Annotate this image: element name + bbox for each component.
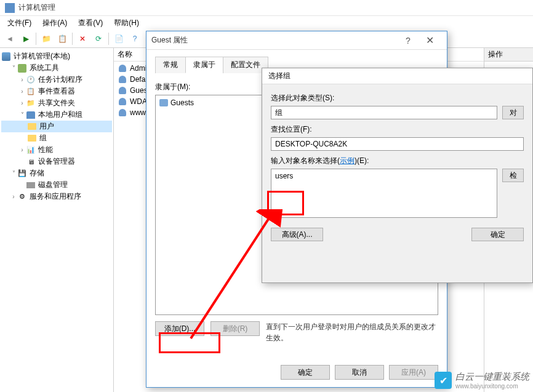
watermark: ✔ 白云一键重装系统 www.baiyunxitong.com xyxy=(435,371,529,390)
dialog-title: Guest 属性 xyxy=(151,35,399,46)
object-names-input[interactable] xyxy=(271,169,497,218)
window-titlebar: 计算机管理 xyxy=(0,0,533,16)
remove-button[interactable]: 删除(R) xyxy=(210,321,260,336)
check-names-button[interactable]: 检 xyxy=(502,169,524,182)
tree-users[interactable]: 用户 xyxy=(1,121,112,132)
select-dialog-title: 选择组 xyxy=(268,71,291,81)
menubar: 文件(F) 操作(A) 查看(V) 帮助(H) xyxy=(0,16,533,30)
select-ok-button[interactable]: 确定 xyxy=(471,228,524,241)
actions-header: 操作 xyxy=(484,48,533,62)
object-type-label: 选择此对象类型(S): xyxy=(271,93,524,103)
tree-panel: 计算机管理(本地) ˅系统工具 ›🕐任务计划程序 ›📋事件查看器 ›📁共享文件夹… xyxy=(0,48,114,392)
tree-storage[interactable]: ˅💾存储 xyxy=(1,167,112,179)
help-button[interactable]: ? xyxy=(127,31,142,46)
object-types-button[interactable]: 对 xyxy=(502,106,524,119)
app-icon xyxy=(5,3,15,13)
refresh-button[interactable]: ⟳ xyxy=(91,31,106,46)
up-button[interactable]: 📁 xyxy=(39,31,54,46)
select-dialog-titlebar[interactable]: 选择组 xyxy=(262,68,532,84)
tree-groups[interactable]: 组 xyxy=(1,132,112,144)
dialog-titlebar[interactable]: Guest 属性 ? ✕ xyxy=(146,31,447,50)
tree-eventviewer[interactable]: ›📋事件查看器 xyxy=(1,86,112,97)
tree-diskmgmt[interactable]: 磁盘管理 xyxy=(1,179,112,191)
tree-services[interactable]: ›⚙服务和应用程序 xyxy=(1,191,112,202)
tree-devicemgr[interactable]: 🖥设备管理器 xyxy=(1,156,112,167)
tree-performance[interactable]: ›📊性能 xyxy=(1,144,112,156)
window-title: 计算机管理 xyxy=(18,2,55,13)
add-button[interactable]: 添加(D)... xyxy=(155,321,204,336)
apply-button[interactable]: 应用(A) xyxy=(389,365,438,380)
delete-button[interactable]: ✕ xyxy=(75,31,90,46)
forward-button[interactable]: ▶ xyxy=(18,31,33,46)
back-button[interactable]: ◄ xyxy=(2,31,17,46)
properties-button[interactable]: 📋 xyxy=(55,31,70,46)
watermark-text: 白云一键重装系统 xyxy=(455,371,529,383)
menu-file[interactable]: 文件(F) xyxy=(2,17,36,30)
watermark-icon: ✔ xyxy=(435,372,452,389)
tree-taskscheduler[interactable]: ›🕐任务计划程序 xyxy=(1,74,112,86)
menu-view[interactable]: 查看(V) xyxy=(73,17,108,30)
menu-action[interactable]: 操作(A) xyxy=(38,17,72,30)
tree-root[interactable]: 计算机管理(本地) xyxy=(1,50,112,62)
tree-localusers[interactable]: ˅本地用户和组 xyxy=(1,109,112,121)
tab-memberof[interactable]: 隶属于 xyxy=(185,57,223,73)
ok-button[interactable]: 确定 xyxy=(281,365,330,380)
select-group-dialog: 选择组 选择此对象类型(S): 对 查找位置(F): 输入对象名称来选择(示例)… xyxy=(262,68,533,283)
advanced-button[interactable]: 高级(A)... xyxy=(271,228,323,241)
location-label: 查找位置(F): xyxy=(271,124,524,135)
dialog-help-button[interactable]: ? xyxy=(399,36,417,46)
location-field[interactable] xyxy=(271,137,524,151)
object-type-field[interactable] xyxy=(271,106,497,119)
tree-sharedfolders[interactable]: ›📁共享文件夹 xyxy=(1,97,112,109)
dialog-close-button[interactable]: ✕ xyxy=(417,34,442,46)
menu-help[interactable]: 帮助(H) xyxy=(109,17,144,30)
cancel-button[interactable]: 取消 xyxy=(335,365,384,380)
watermark-url: www.baiyunxitong.com xyxy=(455,383,529,390)
hint-text: 直到下一次用户登录时对用户的组成员关系的更改才生效。 xyxy=(266,321,438,343)
tree-systools[interactable]: ˅系统工具 xyxy=(1,62,112,74)
group-icon xyxy=(159,99,168,106)
example-link[interactable]: 示例 xyxy=(340,156,355,165)
names-label: 输入对象名称来选择(示例)(E): xyxy=(271,156,524,166)
tab-general[interactable]: 常规 xyxy=(155,57,186,73)
export-button[interactable]: 📄 xyxy=(111,31,126,46)
